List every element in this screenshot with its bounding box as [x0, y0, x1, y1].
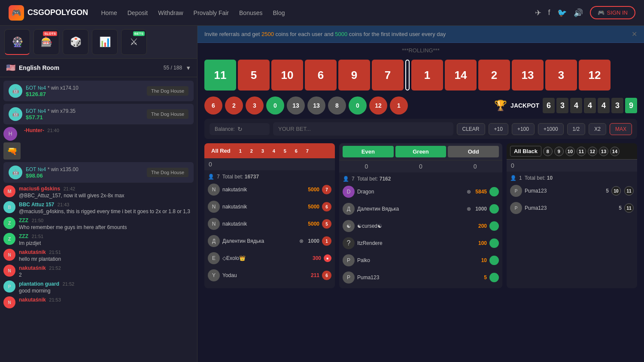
win-game-btn-2[interactable]: The Dog House: [147, 109, 188, 119]
pb-naku3: 5000: [308, 221, 319, 227]
nav-bonuses[interactable]: Bonuses: [239, 9, 262, 16]
telegram-icon[interactable]: ✈: [535, 8, 541, 18]
content-naku1: hello mr plantation: [19, 256, 194, 262]
pn-dal2: Далентин Вядька: [357, 206, 464, 212]
pn-dragon: Dragon: [357, 189, 464, 195]
all-red-button[interactable]: All Red: [208, 146, 234, 156]
all-black-button[interactable]: All Black: [510, 146, 541, 157]
odd-stat: 0: [474, 163, 477, 170]
rolling-label: ***ROLLING***: [204, 47, 637, 54]
clear-button[interactable]: CLEAR: [457, 123, 485, 135]
tab-dice[interactable]: 🎲: [63, 29, 88, 55]
pn-yodau: Yodau: [222, 272, 308, 278]
win-game-btn-1[interactable]: The Dog House: [147, 86, 188, 96]
nav-provably-fair[interactable]: Provably Fair: [194, 9, 229, 16]
num-9[interactable]: 9: [554, 147, 564, 156]
num-7[interactable]: 7: [303, 146, 312, 156]
num-10[interactable]: 10: [565, 147, 575, 156]
content-plant: good morning: [19, 288, 194, 294]
pa-cursed: ☯: [343, 220, 355, 232]
num-3[interactable]: 3: [258, 146, 267, 156]
avatar-zzz2: Z: [3, 233, 15, 245]
roulette-icon: 🎡: [12, 36, 23, 48]
even-button[interactable]: Even: [343, 146, 394, 157]
green-button[interactable]: Green: [395, 146, 447, 157]
pnum-puma2b: 11: [624, 203, 634, 213]
banner-close-icon[interactable]: ✕: [632, 30, 637, 38]
win-info-1: БОТ №4 * win x174.10 $126.87: [26, 85, 79, 97]
avatar-macius: M: [3, 185, 15, 197]
jackpot-d4: 4: [584, 98, 596, 113]
name-macius: macius6 g4skins: [19, 186, 60, 192]
sign-in-button[interactable]: 🎮 SIGN IN: [590, 6, 635, 19]
sound-icon[interactable]: 🔊: [574, 8, 583, 18]
slot-5: 5: [238, 60, 270, 90]
num-13[interactable]: 13: [599, 147, 608, 156]
even-stats: 0 0 0: [339, 160, 502, 172]
pb-itz: 100: [478, 240, 487, 246]
num-8[interactable]: 8: [543, 147, 553, 156]
win-avatar-2: 🤖: [9, 107, 22, 121]
pa-dal2: Д: [343, 203, 355, 215]
room-header: 🇺🇸 English Room 55 / 188 ▼: [0, 59, 197, 77]
num-1[interactable]: 1: [236, 146, 245, 156]
even-stat: 0: [365, 163, 368, 170]
room-dropdown-icon[interactable]: ▼: [185, 65, 191, 71]
nav-home[interactable]: Home: [101, 9, 117, 16]
pa-puma2: P: [510, 202, 522, 214]
slot-strip: 11 5 10 6 9 7 1 14 2 13 3 12: [204, 58, 637, 92]
nav-blog[interactable]: Blog: [273, 9, 285, 16]
pb-dal2: 1000: [475, 206, 487, 212]
num-12[interactable]: 12: [588, 147, 597, 156]
tab-vs[interactable]: ⚔ BETS: [121, 29, 147, 55]
tab-roulette[interactable]: 🎡: [4, 29, 30, 55]
text-naku3: nakutaśnik 21:53: [19, 296, 194, 303]
tab-chart[interactable]: 📊: [92, 29, 118, 55]
logo[interactable]: 🎮 CSGOPOLYGON: [9, 5, 88, 21]
nav-links: Home Deposit Withdraw Provably Fair Bonu…: [101, 9, 522, 16]
pn-cursed: ☯cursed☯: [357, 223, 476, 229]
avatar-zzz1: Z: [3, 217, 15, 229]
balance-refresh-icon[interactable]: ↻: [237, 126, 243, 133]
x2-button[interactable]: X2: [589, 123, 606, 135]
text-bbc: BBC Attuz 157 21:43 @macius6_g4skins, th…: [19, 201, 194, 214]
chat-msg-naku1: N nakutaśnik 21:51 hello mr plantation: [3, 249, 194, 262]
bet-input[interactable]: [273, 122, 453, 136]
win-game-btn-3[interactable]: The Dog House: [147, 168, 188, 177]
twitter-icon[interactable]: 🐦: [557, 8, 567, 18]
odd-button[interactable]: Odd: [448, 146, 499, 157]
plus100-button[interactable]: +100: [512, 123, 535, 135]
num-14[interactable]: 14: [610, 147, 620, 156]
num-5[interactable]: 5: [280, 146, 290, 156]
time-naku1: 21:51: [49, 250, 61, 255]
name-zzz2: ZZZ: [19, 233, 28, 239]
player-row-cursed: ☯ ☯cursed☯ 200: [343, 219, 499, 233]
max-button[interactable]: MAX: [610, 123, 632, 135]
plus10-button[interactable]: +10: [489, 123, 508, 135]
half-button[interactable]: 1/2: [567, 123, 586, 135]
pb-palko: 10: [481, 257, 487, 263]
hunter-time: 21:40: [47, 128, 59, 133]
num-11[interactable]: 11: [577, 147, 586, 156]
banner-amount2: 5000: [335, 31, 349, 37]
pb-dragon: 5845: [475, 189, 487, 195]
num-4[interactable]: 4: [269, 146, 279, 156]
nav-withdraw[interactable]: Withdraw: [158, 9, 183, 16]
even-players: 👤 7 Total bet: 7162 D Dragon ⊗ 5845: [339, 172, 502, 288]
pa-naku2: N: [208, 201, 220, 213]
nav-deposit[interactable]: Deposit: [128, 9, 148, 16]
num-6[interactable]: 6: [292, 146, 301, 156]
plus1000-button[interactable]: +1000: [538, 123, 564, 135]
num-2[interactable]: 2: [247, 146, 256, 156]
win-amount-2: $57.71: [26, 114, 76, 121]
pa-dal: Д: [208, 235, 220, 247]
win-card-1: 🤖 БОТ №4 * win x174.10 $126.87 The Dog H…: [3, 81, 194, 101]
sign-in-label: SIGN IN: [607, 9, 628, 16]
tab-slots[interactable]: 🎰 SLOTS: [33, 29, 59, 55]
vs-icon: ⚔: [130, 36, 138, 48]
black-stat-zero: 0: [511, 162, 514, 169]
facebook-icon[interactable]: f: [548, 8, 550, 17]
chat-area[interactable]: 🤖 БОТ №4 * win x174.10 $126.87 The Dog H…: [0, 77, 197, 362]
black-players: 👤 1 Total bet: 10 P Puma123 5 10 11: [507, 172, 637, 219]
chat-msg-naku3: N nakutaśnik 21:53: [3, 296, 194, 308]
